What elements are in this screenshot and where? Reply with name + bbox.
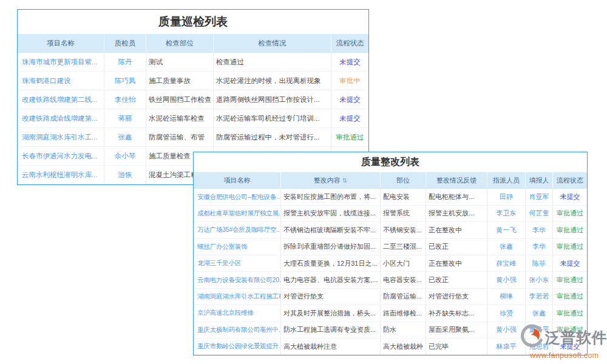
rectification-assignee[interactable]: 张鑫	[487, 239, 526, 255]
inspection-situation: 检查通过	[214, 53, 331, 72]
rectification-reporter[interactable]: 李华	[526, 222, 553, 238]
rectification-feedback: 对管进行垫支	[426, 289, 487, 305]
inspection-project-link[interactable]: 改建铁路线增建第二线...	[18, 90, 104, 109]
sort-icon[interactable]: ⇅	[342, 177, 347, 184]
rectification-table-row: 湖南洞庭湖水库引水工程施工标对管进行垫支防腐管运输...对管进行垫支柳琳李若若审…	[194, 289, 587, 305]
rectification-part: 路面维修检...	[381, 305, 426, 322]
rectification-project-link[interactable]: 云南电力设备安装有限公司20...	[194, 272, 281, 288]
rectification-reporter[interactable]: 陈菲	[526, 255, 553, 272]
rectification-project-link[interactable]: 重庆市鹅岭公园绿化景观提升...	[194, 339, 281, 355]
rectification-feedback: 正在整改中	[426, 222, 487, 238]
rectification-status[interactable]: 审批通过	[553, 239, 587, 255]
inspection-status[interactable]: 未提交	[331, 90, 368, 109]
rectification-table-row: 云南电力设备安装有限公司20...电力电容器、电抗器安装方案,...电容器安装.…	[194, 272, 587, 288]
rectification-col-header[interactable]: 整改内容⇅	[281, 172, 381, 189]
inspection-col-header: 流程状态	[331, 34, 368, 53]
rectification-reporter[interactable]: 张小东	[526, 272, 553, 288]
rectification-table-row: 安徽合肥供电公司--配电设备...安装时应按施工图的布置，将...配电安装配电柜…	[194, 189, 587, 205]
inspection-situation: 水泥砼运输车司机经过专门培训...	[214, 109, 331, 128]
rectification-col-header: 填报人	[526, 172, 553, 189]
inspection-project-link[interactable]: 珠海鹤港口建设	[18, 72, 104, 90]
rectification-content: 对管进行垫支	[281, 289, 381, 305]
rectification-project-link[interactable]: 湖南洞庭湖水库引水工程施工标	[194, 289, 281, 305]
rectification-reporter[interactable]: 张鑫	[526, 305, 553, 322]
rectification-project-link[interactable]: 京沪高速北京段维修	[194, 305, 281, 322]
inspection-project-link[interactable]: 湖南洞庭湖水库引水工...	[18, 128, 104, 147]
rectification-feedback: 屋面采用聚氨...	[426, 322, 487, 339]
rectification-feedback: 报警主机安放...	[426, 206, 487, 222]
inspection-project-link[interactable]: 改建铁路成渝线增建第...	[18, 109, 104, 128]
rectification-part: 电容器安装...	[381, 272, 426, 288]
rectification-project-link[interactable]: 成都杜甫草堂临时展厅独立展...	[194, 206, 281, 222]
rectification-col-header: 部位	[381, 172, 426, 189]
rectification-content: 报警主机安放牢固，线缆连接...	[281, 206, 381, 222]
rectification-content: 高大植被栽种注意	[281, 339, 381, 355]
rectification-feedback: 配电柜柜体与...	[426, 189, 487, 205]
rectification-table-row: 京沪高速北京段维修对其及时开展整治措施，桥头...路面维修检...补齐缺失标志.…	[194, 305, 587, 322]
inspection-inspector[interactable]: 张鑫	[104, 128, 146, 147]
rectification-status[interactable]: 审批通过	[553, 289, 587, 305]
rectification-part: 不锈钢安装...	[381, 222, 426, 238]
rectification-table-row: 成都杜甫草堂临时展厅独立展...报警主机安放牢固，线缆连接...报警系统报警主机…	[194, 206, 587, 222]
inspection-status[interactable]: 审批通过	[331, 128, 368, 147]
inspection-inspector[interactable]: 余小琴	[104, 147, 146, 166]
inspection-situation: 道路两侧铁丝网围挡工作按设计...	[214, 90, 331, 109]
inspection-col-header: 检查部位	[146, 34, 214, 53]
inspection-project-link[interactable]: 长春市伊通河水力发电...	[18, 147, 104, 166]
inspection-table-title: 质量巡检列表	[18, 10, 368, 34]
rectification-col-header: 流程状态	[553, 172, 587, 189]
inspection-col-header: 质检员	[104, 34, 146, 53]
rectification-status[interactable]: 审批通过	[553, 272, 587, 288]
rectification-status[interactable]: 审批通过	[553, 305, 587, 322]
inspection-part: 测试	[146, 53, 214, 72]
rectification-reporter[interactable]: 何芷萱	[526, 206, 553, 222]
rectification-reporter[interactable]: 李华	[526, 239, 553, 255]
inspection-status[interactable]: 未提交	[331, 53, 368, 72]
inspection-part: 施工质量事故	[146, 72, 214, 90]
inspection-status[interactable]: 审批中	[331, 72, 368, 90]
inspection-inspector[interactable]: 陈巧凤	[104, 72, 146, 90]
rectification-project-link[interactable]: 龙湖三千里小区	[194, 255, 281, 272]
rectification-status[interactable]: 审批通过	[553, 206, 587, 222]
rectification-assignee[interactable]: 徐贤	[487, 305, 526, 322]
rectification-assignee[interactable]: 李卫东	[487, 206, 526, 222]
inspection-inspector[interactable]: 蒋丽	[104, 109, 146, 128]
rectification-project-link[interactable]: 重庆太极制药有限公司亳州中...	[194, 322, 281, 339]
inspection-status[interactable]: 未提交	[331, 109, 368, 128]
rectification-feedback: 已完毕	[426, 339, 487, 355]
inspection-situation: 防腐管运输过程中，未对管进行...	[214, 128, 331, 147]
fanpu-url: www.fanpusoft.com	[530, 351, 607, 360]
rectification-reporter[interactable]: 李若若	[526, 289, 553, 305]
inspection-project-link[interactable]: 云南水利枢纽潜明水库...	[18, 166, 104, 184]
inspection-inspector[interactable]: 陈丹	[104, 53, 146, 72]
rectification-col-header: 整改情况反馈	[426, 172, 487, 189]
rectification-reporter[interactable]: 肖亚军	[526, 189, 553, 205]
inspection-col-header: 检查情况	[214, 34, 331, 53]
rectification-assignee[interactable]: 田静	[487, 189, 526, 205]
rectification-project-link[interactable]: 万达广场35#会所及咖啡厅空...	[194, 222, 281, 238]
inspection-part: 铁丝网围挡工作检查	[146, 90, 214, 109]
rectification-assignee[interactable]: 柳琳	[487, 289, 526, 305]
inspection-table-row: 珠海鹤港口建设陈巧凤施工质量事故水泥砼灌注的时候，出现离析现象审批中	[18, 72, 368, 90]
inspection-inspector[interactable]: 李佳怡	[104, 90, 146, 109]
inspection-table-row: 珠海市城市更新项目紫...陈丹测试检查通过未提交	[18, 53, 368, 72]
rectification-part: 高大植被栽种	[381, 339, 426, 355]
inspection-table-row: 改建铁路成渝线增建第...蒋丽水泥砼运输车检查水泥砼运输车司机经过专门培训...…	[18, 109, 368, 128]
rectification-table-header: 项目名称整改内容⇅部位整改情况反馈指派人员填报人流程状态	[194, 172, 587, 189]
rectification-assignee[interactable]: 黄小强	[487, 272, 526, 288]
rectification-feedback: 补齐缺失标志...	[426, 305, 487, 322]
rectification-content: 对其及时开展整治措施，桥头...	[281, 305, 381, 322]
rectification-table-row: 万达广场35#会所及咖啡厅空...不锈钢边框玻璃隔断安装不牢...不锈钢安装..…	[194, 222, 587, 238]
rectification-assignee[interactable]: 薛宝峰	[487, 255, 526, 272]
inspection-inspector[interactable]: 游恢	[104, 166, 146, 184]
rectification-status[interactable]: 未提交	[553, 255, 587, 272]
fanpu-watermark: 泛普软件 www.fanpusoft.com	[520, 323, 607, 360]
rectification-assignee[interactable]: 黄一飞	[487, 222, 526, 238]
rectification-content: 安装时应按施工图的布置，将...	[281, 189, 381, 205]
rectification-status[interactable]: 审批通过	[553, 222, 587, 238]
inspection-project-link[interactable]: 珠海市城市更新项目紫...	[18, 53, 104, 72]
rectification-status[interactable]: 未提交	[553, 189, 587, 205]
rectification-project-link[interactable]: 螺丝厂办公室装饰	[194, 239, 281, 255]
rectification-project-link[interactable]: 安徽合肥供电公司--配电设备...	[194, 189, 281, 205]
rectification-content: 不锈钢边框玻璃隔断安装不牢...	[281, 222, 381, 238]
